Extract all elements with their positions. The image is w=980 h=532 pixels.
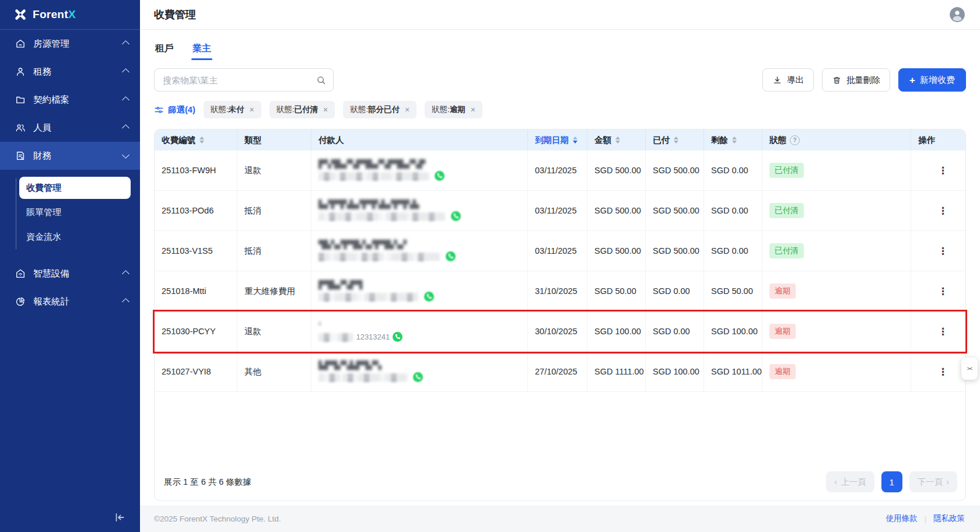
whatsapp-icon[interactable] bbox=[451, 211, 461, 221]
amount: SGD 1111.00 bbox=[587, 352, 646, 391]
search-input[interactable] bbox=[162, 75, 316, 86]
amount: SGD 500.00 bbox=[587, 191, 646, 230]
download-icon bbox=[772, 75, 782, 85]
row-menu-icon[interactable]: ⋮ bbox=[933, 283, 953, 300]
filter-button[interactable]: 篩選(4) bbox=[154, 104, 195, 116]
sort-icon[interactable] bbox=[732, 136, 737, 144]
people-icon bbox=[15, 123, 26, 133]
column-header-remain[interactable]: 剩餘 bbox=[704, 130, 762, 150]
whatsapp-icon[interactable] bbox=[424, 292, 434, 302]
sidebar-item-contracts[interactable]: 契約檔案 bbox=[0, 86, 140, 114]
amount: SGD 50.00 bbox=[587, 271, 646, 311]
filter-bar: 篩選(4) 狀態:未付 × 狀態:已付清 × 狀態:部分已付 × 狀態:逾期 × bbox=[154, 101, 966, 118]
finance-icon: $ bbox=[15, 150, 26, 161]
remaining-amount: SGD 1011.00 bbox=[704, 352, 762, 391]
filter-chip: 狀態:已付清 × bbox=[270, 101, 335, 118]
brand: ForentX bbox=[0, 0, 140, 30]
payer-contact-redacted: ▒▓░ ▒▓▒ bbox=[318, 332, 353, 341]
add-charge-button[interactable]: + 新增收费 bbox=[898, 68, 966, 92]
table-row[interactable]: 251103-POd6 抵消 ▙▞▛▜▚▙▞▛▜▚▙▞▛▜▚▙ ▒░▓▒▒▓░▒… bbox=[155, 191, 965, 231]
paid-amount: SGD 0.00 bbox=[646, 312, 704, 351]
action-cell: ⋮ bbox=[911, 150, 967, 190]
charge-id: 251018-Mtti bbox=[155, 271, 237, 311]
sidebar-subitem-1[interactable]: 賬單管理 bbox=[19, 201, 131, 223]
paid-amount: SGD 500.00 bbox=[646, 191, 704, 230]
prev-icon: ‹ bbox=[834, 477, 837, 487]
charge-type: 抵消 bbox=[237, 191, 312, 230]
table-row[interactable]: 251030-PCYY 退款 ¹ ▒▓░ ▒▓▒ 12313241 30/10/… bbox=[155, 312, 965, 352]
sidebar-subitem-2[interactable]: 資金流水 bbox=[19, 226, 131, 248]
prev-page-button[interactable]: ‹上一頁 bbox=[826, 471, 874, 492]
table-row[interactable]: 251018-Mtti 重大維修費用 ▛▜▙▞▚▛▜ ▒▓░▒▒▓▒░ ▒▓▒▒… bbox=[155, 271, 965, 312]
sidebar-subitem-0[interactable]: 收費管理 bbox=[19, 177, 131, 199]
row-menu-icon[interactable]: ⋮ bbox=[933, 363, 953, 380]
table-row[interactable]: 251027-VYI8 其他 ▙▛▜▞▚▙▛▜▞▚ ▒░▓▒ ▒▓░▒▓▒▒░▒… bbox=[155, 352, 965, 392]
row-menu-icon[interactable]: ⋮ bbox=[933, 243, 953, 260]
sidebar-item-finance[interactable]: $ 財務 bbox=[0, 142, 140, 170]
status-cell: 已付清 bbox=[762, 150, 911, 190]
column-header-status: 狀態 ? bbox=[762, 130, 911, 150]
terms-link[interactable]: 使用條款 bbox=[886, 513, 917, 524]
tab-owner[interactable]: 業主 bbox=[191, 43, 212, 55]
whatsapp-icon[interactable] bbox=[413, 372, 423, 382]
sidebar-item-leasing[interactable]: 租務 bbox=[0, 58, 140, 86]
sidebar: ForentX 房源管理 租務 契約檔案 人員 $ 財務 收費管理賬單管理資金流… bbox=[0, 0, 140, 532]
home-icon bbox=[15, 38, 26, 49]
user-avatar[interactable] bbox=[950, 7, 965, 22]
help-icon[interactable]: ? bbox=[790, 135, 800, 145]
batch-delete-button[interactable]: 批量刪除 bbox=[822, 68, 890, 92]
sort-icon[interactable] bbox=[674, 136, 678, 144]
status-cell: 已付清 bbox=[762, 231, 911, 271]
table-row[interactable]: 251103-V1S5 抵消 ▜▙▚▞▛▜▙▚▞▛▜▙▚▞ ▓▒░▒▓▒▒░▓▒… bbox=[155, 231, 965, 271]
row-menu-icon[interactable]: ⋮ bbox=[933, 162, 953, 179]
filter-icon bbox=[154, 105, 164, 115]
table-header-row: 收費編號 類型 付款人 到期日期 金額 已付 剩餘 狀態 ? 操作 bbox=[155, 130, 965, 150]
chevron-icon bbox=[122, 298, 130, 306]
remove-chip-icon[interactable]: × bbox=[405, 105, 410, 114]
status-badge: 已付清 bbox=[769, 243, 804, 258]
whatsapp-icon[interactable] bbox=[435, 171, 444, 181]
column-header-due[interactable]: 到期日期 bbox=[528, 130, 587, 150]
sort-icon[interactable] bbox=[615, 136, 620, 144]
brand-x: X bbox=[68, 8, 76, 20]
due-date: 27/10/2025 bbox=[528, 352, 587, 391]
due-date: 30/10/2025 bbox=[528, 312, 587, 351]
row-menu-icon[interactable]: ⋮ bbox=[933, 323, 953, 340]
column-header-amount[interactable]: 金額 bbox=[587, 130, 646, 150]
status-badge: 逾期 bbox=[769, 364, 796, 379]
sort-icon[interactable] bbox=[573, 136, 578, 144]
charge-type: 其他 bbox=[237, 352, 312, 391]
sort-icon[interactable] bbox=[200, 136, 204, 144]
remove-chip-icon[interactable]: × bbox=[250, 105, 254, 114]
remove-chip-icon[interactable]: × bbox=[471, 105, 475, 114]
add-charge-label: 新增收费 bbox=[920, 75, 955, 86]
sidebar-nav: 房源管理 租務 契約檔案 人員 $ 財務 收費管理賬單管理資金流水 智慧設備 報… bbox=[0, 30, 140, 316]
charge-id: 251103-POd6 bbox=[155, 191, 237, 230]
row-menu-icon[interactable]: ⋮ bbox=[933, 202, 953, 219]
filter-chip: 狀態:未付 × bbox=[204, 101, 261, 118]
privacy-link[interactable]: 隱私政策 bbox=[933, 513, 965, 524]
whatsapp-icon[interactable] bbox=[393, 332, 402, 342]
column-header-paid[interactable]: 已付 bbox=[646, 130, 704, 150]
remaining-amount: SGD 0.00 bbox=[704, 231, 762, 271]
whatsapp-icon[interactable] bbox=[446, 251, 456, 261]
next-page-button[interactable]: 下一頁› bbox=[909, 471, 957, 492]
column-header-id[interactable]: 收費編號 bbox=[155, 130, 237, 150]
sidebar-item-reports[interactable]: 報表統計 bbox=[0, 288, 140, 316]
status-cell: 逾期 bbox=[762, 312, 911, 351]
sidebar-item-personnel[interactable]: 人員 bbox=[0, 114, 140, 142]
search-icon[interactable] bbox=[316, 75, 326, 85]
payer-contact-redacted: ▒▓▒░▓▒▒▓░▒▓ ▒▒░▓▒▒▓▒▒ bbox=[318, 172, 429, 180]
charge-type: 抵消 bbox=[237, 231, 312, 271]
sidebar-collapse-button[interactable] bbox=[113, 511, 126, 524]
collapse-handle-icon[interactable]: >< bbox=[961, 358, 978, 380]
payer-name-redacted: ▜▙▚▞▛▜▙▚▞▛▜▙▚▞ bbox=[318, 240, 407, 249]
table-row[interactable]: 251103-FW9H 退款 ▛▚▜▙▞▚▛▜▙▞▚▛▜▙▞▚▛ ▒▓▒░▓▒▒… bbox=[155, 150, 965, 191]
tab-tenant[interactable]: 租戶 bbox=[154, 43, 175, 55]
sidebar-item-housing[interactable]: 房源管理 bbox=[0, 30, 140, 58]
sidebar-item-devices[interactable]: 智慧設備 bbox=[0, 260, 140, 288]
export-button[interactable]: 導出 bbox=[762, 68, 814, 92]
remove-chip-icon[interactable]: × bbox=[323, 105, 328, 114]
legal-divider: | bbox=[924, 514, 926, 523]
current-page-button[interactable]: 1 bbox=[881, 471, 902, 492]
